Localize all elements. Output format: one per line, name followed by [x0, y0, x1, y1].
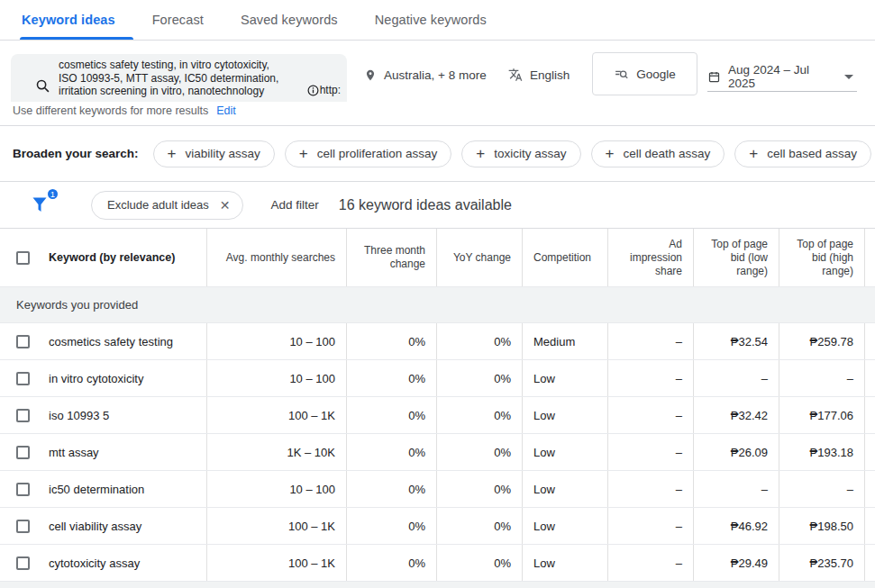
row-checkbox[interactable] — [16, 372, 30, 385]
cell-yoy-change: 0% — [437, 434, 523, 470]
header-ad-impression-share[interactable]: Ad impression share — [608, 229, 694, 286]
cell-three-month-change: 0% — [347, 471, 437, 507]
suggestion-chips: +viability assay +cell proliferation ass… — [153, 140, 875, 167]
horizontal-scrollbar-track[interactable] — [0, 582, 875, 588]
cell-avg-searches: 1K – 10K — [207, 434, 347, 470]
calendar-icon — [707, 70, 721, 84]
plus-icon: + — [606, 145, 615, 163]
cell-ad-impression-share: – — [608, 508, 694, 544]
row-checkbox[interactable] — [16, 446, 30, 459]
date-range-selector[interactable]: Aug 2024 – Jul 2025 — [707, 62, 857, 92]
cell-keyword: cell viability assay — [0, 508, 207, 544]
cell-top-bid-low: ₱32.54 — [694, 323, 779, 359]
filter-count-badge: 1 — [46, 187, 59, 201]
header-label: Keyword (by relevance) — [49, 251, 175, 265]
date-range-value: Aug 2024 – Jul 2025 — [728, 63, 837, 90]
header-three-month-change[interactable]: Three month change — [347, 229, 437, 286]
translate-icon — [508, 68, 523, 82]
chip-label: cell based assay — [767, 147, 857, 160]
chip-label: cell proliferation assay — [317, 147, 438, 160]
remove-filter-icon[interactable]: ✕ — [220, 198, 231, 213]
location-pin-icon — [364, 68, 377, 83]
cell-filler — [865, 545, 875, 581]
chip-label: viability assay — [185, 147, 260, 160]
search-network-icon — [614, 67, 629, 82]
table-row[interactable]: cell viability assay 100 – 1K 0% 0% Low … — [0, 508, 875, 545]
cell-top-bid-low: ₱29.49 — [694, 545, 779, 581]
plus-icon: + — [168, 145, 177, 163]
header-competition[interactable]: Competition — [523, 229, 608, 286]
edit-keywords-link[interactable]: Edit — [216, 104, 236, 117]
suggestion-chip-viability-assay[interactable]: +viability assay — [153, 140, 275, 167]
cell-filler — [865, 397, 875, 433]
cell-top-bid-low: ₱32.42 — [694, 397, 779, 433]
tab-forecast[interactable]: Forecast — [152, 0, 204, 40]
filter-funnel-button[interactable]: 1 — [30, 194, 53, 217]
cell-top-bid-high: – — [779, 471, 865, 507]
tab-label: Saved keywords — [241, 13, 338, 27]
seed-url: http: — [307, 84, 341, 96]
cell-yoy-change: 0% — [437, 397, 523, 433]
table-row[interactable]: cosmetics safety testing 10 – 100 0% 0% … — [0, 323, 875, 360]
cell-competition: Medium — [523, 323, 608, 359]
location-selector[interactable]: Australia, + 8 more — [364, 68, 487, 83]
tab-keyword-ideas[interactable]: Keyword ideas — [22, 0, 115, 40]
suggestion-chip-cell-proliferation-assay[interactable]: +cell proliferation assay — [285, 140, 452, 167]
table-row[interactable]: iso 10993 5 100 – 1K 0% 0% Low – ₱32.42 … — [0, 397, 875, 434]
network-selector[interactable]: Google — [592, 52, 697, 95]
broaden-label: Broaden your search: — [13, 147, 139, 160]
add-filter-button[interactable]: Add filter — [270, 198, 318, 212]
broaden-search-row: Broaden your search: +viability assay +c… — [0, 126, 875, 182]
tab-negative-keywords[interactable]: Negative keywords — [375, 0, 487, 40]
cell-filler — [865, 434, 875, 470]
cell-keyword: cosmetics safety testing — [0, 323, 207, 359]
header-top-bid-high[interactable]: Top of page bid (high range) — [779, 229, 865, 286]
row-checkbox[interactable] — [16, 556, 30, 570]
results-summary: 16 keyword ideas available — [339, 197, 512, 213]
cell-top-bid-low: – — [694, 471, 779, 507]
keyword-text: ic50 determination — [49, 483, 144, 496]
cell-competition: Low — [523, 397, 608, 433]
cell-three-month-change: 0% — [347, 323, 437, 359]
plus-icon: + — [476, 145, 485, 163]
cell-top-bid-high: ₱177.06 — [779, 397, 865, 433]
cell-three-month-change: 0% — [347, 545, 437, 581]
cell-competition: Low — [523, 471, 608, 507]
active-filter-chip[interactable]: Exclude adult ideas ✕ — [91, 191, 243, 220]
select-all-checkbox[interactable] — [16, 251, 30, 265]
row-checkbox[interactable] — [16, 409, 30, 422]
cell-filler — [865, 508, 875, 544]
tab-bar: Keyword ideas Forecast Saved keywords Ne… — [0, 0, 875, 41]
cell-avg-searches: 100 – 1K — [207, 397, 347, 433]
header-keyword: Keyword (by relevance) — [0, 229, 207, 286]
row-checkbox[interactable] — [16, 483, 30, 496]
keyword-text: iso 10993 5 — [49, 409, 109, 422]
suggestion-chip-cell-based-assay[interactable]: +cell based assay — [734, 140, 871, 167]
row-checkbox[interactable] — [16, 520, 30, 533]
cell-keyword: cytotoxicity assay — [0, 545, 207, 581]
table-row[interactable]: mtt assay 1K – 10K 0% 0% Low – ₱26.09 ₱1… — [0, 434, 875, 471]
keyword-ideas-table: Keyword (by relevance) Avg. monthly sear… — [0, 228, 875, 582]
header-yoy-change[interactable]: YoY change — [437, 229, 523, 286]
tab-saved-keywords[interactable]: Saved keywords — [241, 0, 338, 40]
table-row[interactable]: ic50 determination 10 – 100 0% 0% Low – … — [0, 471, 875, 508]
suggestion-chip-toxicity-assay[interactable]: +toxicity assay — [461, 140, 580, 167]
table-row[interactable]: in vitro cytotoxicity 10 – 100 0% 0% Low… — [0, 360, 875, 397]
cell-top-bid-low: – — [694, 360, 779, 396]
suggestion-chip-cell-death-assay[interactable]: +cell death assay — [591, 140, 725, 167]
cell-top-bid-low: ₱46.92 — [694, 508, 779, 544]
keyword-search-box[interactable]: cosmetics safety testing, in vitro cytot… — [11, 54, 347, 102]
header-top-bid-low[interactable]: Top of page bid (low range) — [694, 229, 779, 286]
cell-filler — [865, 471, 875, 507]
tab-label: Negative keywords — [375, 13, 487, 27]
table-row[interactable]: cytotoxicity assay 100 – 1K 0% 0% Low – … — [0, 545, 875, 582]
language-selector[interactable]: English — [508, 68, 570, 82]
seed-keywords-text: cosmetics safety testing, in vitro cytot… — [59, 59, 278, 98]
location-value: Australia, + 8 more — [384, 68, 487, 82]
header-avg-monthly-searches[interactable]: Avg. monthly searches — [207, 229, 347, 286]
cell-yoy-change: 0% — [437, 545, 523, 581]
cell-three-month-change: 0% — [347, 397, 437, 433]
tab-label: Keyword ideas — [22, 13, 115, 27]
row-checkbox[interactable] — [16, 335, 30, 348]
chip-label: toxicity assay — [494, 147, 566, 160]
